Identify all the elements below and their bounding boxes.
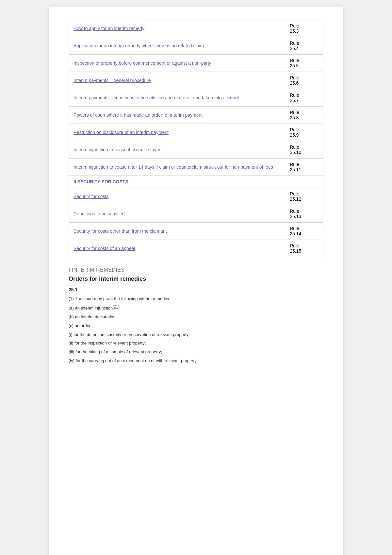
toc-row: Interim injunction to cease if claim is … (69, 141, 323, 159)
toc-rule-cell: Rule 25.5 (285, 55, 323, 72)
toc-link-cell: Interim injunction to cease if claim is … (69, 141, 285, 159)
content-para: (iii) for the taking of a sample of rele… (69, 349, 323, 356)
toc-link[interactable]: Security for costs of an appeal (74, 246, 135, 251)
toc-link-cell: Conditions to be satisfied (69, 205, 285, 223)
footnote-marker[interactable]: (GL) (113, 305, 119, 309)
toc-table: How to apply for an interim remedyRule 2… (69, 20, 323, 257)
toc-link-cell: Restriction on disclosure of an interim … (69, 124, 285, 141)
toc-section-link[interactable]: II SECURITY FOR COSTS (74, 179, 128, 184)
section-heading: I INTERIM REMEDIES (69, 267, 323, 273)
subsection-heading: Orders for interim remedies (69, 276, 323, 282)
content-para: (i) for the detention, custody or preser… (69, 331, 323, 338)
toc-link[interactable]: Security for costs (74, 194, 108, 199)
toc-rule-cell: Rule 25.4 (285, 37, 323, 55)
toc-link-cell: How to apply for an interim remedy (69, 20, 285, 37)
toc-link[interactable]: Interim payments – general procedure (74, 78, 151, 83)
content-para: (ii) for the inspection of relevant prop… (69, 340, 323, 347)
toc-link[interactable]: Security for costs other than from the c… (74, 228, 167, 234)
toc-link-cell: Inspection of property before commenceme… (69, 55, 285, 72)
toc-rule-cell: Rule 25.11 (285, 159, 323, 176)
toc-row: Restriction on disclosure of an interim … (69, 124, 323, 141)
toc-rule-cell: Rule 25.13 (285, 205, 323, 223)
toc-rule-cell: Rule 25.3 (285, 20, 323, 37)
toc-rule-cell: Rule 25.15 (285, 240, 323, 257)
toc-row: Security for costs other than from the c… (69, 223, 323, 240)
content-para: (1) The court may grant the following in… (69, 295, 323, 302)
toc-link-cell: Application for an interim remedy where … (69, 37, 285, 55)
toc-row: Security for costs of an appealRule 25.1… (69, 240, 323, 257)
toc-row: Interim payments – general procedureRule… (69, 72, 323, 89)
toc-rule-cell: Rule 25.10 (285, 141, 323, 159)
rule-number: 25.1 (69, 287, 323, 292)
toc-rule-cell: Rule 25.12 (285, 188, 323, 205)
toc-link-cell: Security for costs other than from the c… (69, 223, 285, 240)
toc-section-header: II SECURITY FOR COSTS (69, 176, 323, 188)
toc-row: How to apply for an interim remedyRule 2… (69, 20, 323, 37)
toc-link[interactable]: How to apply for an interim remedy (74, 26, 144, 31)
toc-link[interactable]: Conditions to be satisfied (74, 211, 124, 216)
content-para: (iv) for the carrying out of an experime… (69, 358, 323, 364)
page: How to apply for an interim remedyRule 2… (49, 7, 343, 555)
toc-row: Interim payments – conditions to be sati… (69, 89, 323, 107)
content-para: (a) an interim injunction(GL); (69, 304, 323, 312)
toc-row: Conditions to be satisfiedRule 25.13 (69, 205, 323, 223)
toc-link[interactable]: Interim injunction to cease after 14 day… (74, 164, 273, 170)
content-section: I INTERIM REMEDIES Orders for interim re… (69, 267, 323, 292)
toc-rule-cell: Rule 25.9 (285, 124, 323, 141)
toc-row: II SECURITY FOR COSTS (69, 176, 323, 188)
toc-link[interactable]: Powers of court where it has made an ord… (74, 112, 203, 118)
toc-rule-cell: Rule 25.7 (285, 89, 323, 107)
toc-link-cell: Interim injunction to cease after 14 day… (69, 159, 285, 176)
toc-link[interactable]: Interim payments – conditions to be sati… (74, 95, 239, 100)
toc-link[interactable]: Interim injunction to cease if claim is … (74, 147, 161, 152)
toc-row: Powers of court where it has made an ord… (69, 107, 323, 124)
toc-link-cell: Interim payments – general procedure (69, 72, 285, 89)
toc-rule-cell: Rule 25.14 (285, 223, 323, 240)
content-para: (b) an interim declaration; (69, 314, 323, 321)
toc-link[interactable]: Restriction on disclosure of an interim … (74, 130, 169, 135)
toc-rule-cell: Rule 25.8 (285, 107, 323, 124)
content-paragraphs: (1) The court may grant the following in… (69, 295, 323, 364)
toc-link-cell: Security for costs (69, 188, 285, 205)
toc-link-cell: Powers of court where it has made an ord… (69, 107, 285, 124)
toc-row: Security for costsRule 25.12 (69, 188, 323, 205)
toc-row: Interim injunction to cease after 14 day… (69, 159, 323, 176)
toc-row: Inspection of property before commenceme… (69, 55, 323, 72)
toc-rule-cell: Rule 25.6 (285, 72, 323, 89)
content-para: (c) an order – (69, 323, 323, 329)
toc-row: Application for an interim remedy where … (69, 37, 323, 55)
toc-link-cell: Interim payments – conditions to be sati… (69, 89, 285, 107)
toc-link[interactable]: Application for an interim remedy where … (74, 43, 204, 48)
toc-link-cell: Security for costs of an appeal (69, 240, 285, 257)
toc-link[interactable]: Inspection of property before commenceme… (74, 60, 211, 66)
